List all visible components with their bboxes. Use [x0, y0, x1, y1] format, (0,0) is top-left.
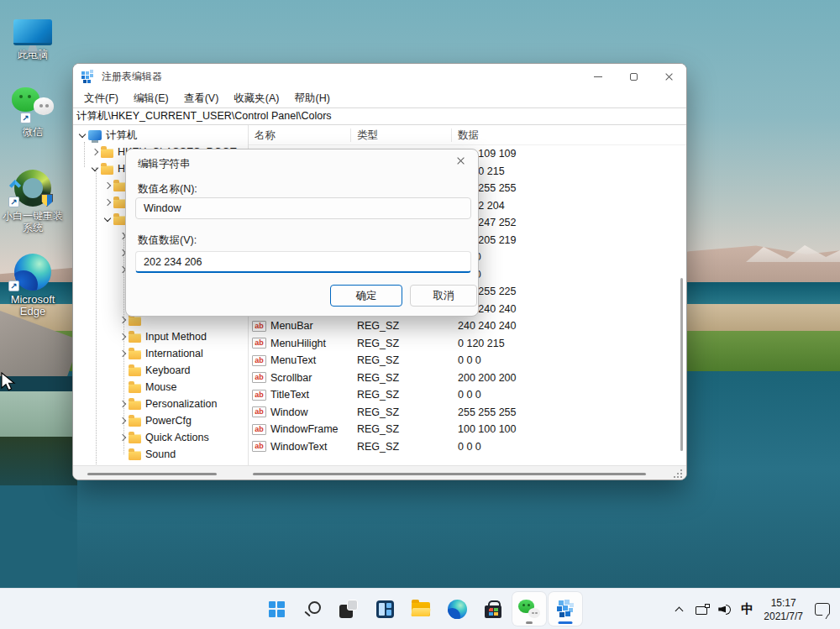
column-header-type[interactable]: 类型: [351, 128, 452, 142]
chevron-right-icon[interactable]: [117, 415, 129, 427]
store-icon: [485, 605, 501, 618]
desktop-icon-this-pc[interactable]: 此电脑: [2, 7, 64, 60]
reg-sz-icon: ab: [252, 424, 266, 435]
menu-view[interactable]: 查看(V): [176, 92, 227, 106]
maximize-button[interactable]: [616, 65, 651, 89]
value-type: REG_SZ: [351, 338, 452, 349]
registry-value-row[interactable]: abTitleTextREG_SZ0 0 0: [249, 386, 686, 404]
value-data: 0 0 0: [452, 354, 686, 366]
tree-item[interactable]: Mouse: [73, 379, 248, 396]
no-expander: [117, 364, 129, 376]
tree-item[interactable]: Keyboard: [73, 362, 248, 379]
ok-button[interactable]: 确定: [330, 285, 402, 307]
volume-icon[interactable]: [718, 604, 732, 616]
task-view-button[interactable]: [332, 592, 365, 626]
folder-icon: [129, 333, 141, 343]
desktop-icon-wechat[interactable]: ↗ 微信: [2, 84, 64, 138]
registry-value-row[interactable]: abWindowFrameREG_SZ100 100 100: [249, 421, 686, 438]
search-button[interactable]: [296, 592, 329, 626]
chevron-right-icon[interactable]: [117, 314, 129, 326]
chevron-right-icon[interactable]: [117, 331, 129, 343]
notification-center-icon[interactable]: [815, 603, 830, 616]
tree-item[interactable]: International: [73, 345, 248, 362]
no-expander: [117, 381, 129, 393]
minimize-button[interactable]: [580, 65, 616, 89]
folder-icon: [129, 384, 141, 393]
chevron-right-icon[interactable]: [89, 146, 101, 158]
store-button[interactable]: [476, 592, 510, 626]
dialog-close-button[interactable]: [456, 156, 468, 168]
tree-item[interactable]: 计算机: [73, 127, 248, 144]
cancel-button[interactable]: 取消: [410, 285, 477, 307]
dialog-title: 编辑字符串: [138, 157, 191, 171]
chevron-right-icon[interactable]: [102, 197, 113, 208]
value-type: REG_SZ: [351, 406, 452, 418]
value-name: MenuText: [270, 354, 316, 366]
registry-value-row[interactable]: abScrollbarREG_SZ200 200 200: [249, 370, 686, 387]
tree-item[interactable]: Sound: [73, 446, 248, 463]
shortcut-arrow-icon: ↗: [8, 280, 19, 291]
tree-item[interactable]: PowerCfg: [73, 412, 248, 429]
registry-value-row[interactable]: abMenuTextREG_SZ0 0 0: [249, 352, 686, 370]
value-type: REG_SZ: [351, 372, 452, 384]
tree-item[interactable]: Quick Actions: [73, 429, 248, 446]
address-bar[interactable]: 计算机\HKEY_CURRENT_USER\Control Panel\Colo…: [73, 107, 686, 125]
clock-date: 2021/7/7: [764, 611, 803, 622]
folder-icon: [129, 401, 141, 410]
menu-help[interactable]: 帮助(H): [286, 92, 337, 106]
value-name: MenuHilight: [270, 338, 326, 349]
registry-value-row[interactable]: abMenuHilightREG_SZ0 120 215: [249, 335, 686, 353]
close-button[interactable]: [651, 65, 686, 89]
chevron-right-icon[interactable]: [117, 398, 129, 410]
tree-item[interactable]: Personalization: [73, 396, 248, 412]
title-bar[interactable]: 注册表编辑器: [73, 64, 686, 89]
vertical-scrollbar-thumb[interactable]: [680, 278, 683, 451]
column-header-data[interactable]: 数据: [452, 128, 686, 142]
value-data: 255 255 225: [452, 286, 686, 297]
tray-chevron-up-icon[interactable]: [675, 605, 684, 614]
value-name-field[interactable]: Window: [135, 197, 471, 219]
network-icon[interactable]: [696, 604, 710, 615]
taskbar-clock[interactable]: 15:17 2021/7/7: [764, 596, 803, 623]
registry-value-row[interactable]: abWindowTextREG_SZ0 0 0: [249, 438, 686, 456]
regedit-taskbar-button[interactable]: [549, 592, 582, 626]
wechat-taskbar-button[interactable]: [512, 592, 546, 626]
menu-file[interactable]: 文件(F): [76, 92, 126, 106]
column-header-name[interactable]: 名称: [249, 128, 351, 142]
ime-indicator[interactable]: 中: [741, 601, 753, 617]
list-hscrollbar-thumb[interactable]: [253, 473, 646, 475]
widgets-button[interactable]: [368, 592, 402, 626]
chevron-right-icon[interactable]: [117, 432, 129, 443]
chevron-down-icon[interactable]: [89, 163, 101, 175]
menu-favorites[interactable]: 收藏夹(A): [226, 92, 286, 106]
this-pc-icon: [2, 7, 64, 45]
icon-label-line2: 系统: [23, 222, 43, 233]
value-data-field[interactable]: 202 234 206: [135, 251, 471, 273]
start-button[interactable]: [260, 592, 293, 626]
menu-edit[interactable]: 编辑(E): [126, 92, 176, 106]
registry-value-row[interactable]: abMenuBarREG_SZ240 240 240: [249, 317, 686, 335]
wechat-icon: ↗: [2, 84, 64, 123]
value-data: 0 0 0: [452, 269, 686, 280]
value-data: 109 109 109: [452, 148, 686, 160]
desktop-icon-xiaobai[interactable]: ↗ 小白一键重装 系统: [2, 165, 64, 233]
tree-guide: [96, 167, 97, 465]
registry-value-row[interactable]: abWindowREG_SZ255 255 255: [249, 404, 686, 422]
folder-icon: [129, 350, 141, 359]
chevron-right-icon[interactable]: [117, 348, 129, 359]
active-indicator: [559, 621, 573, 624]
folder-icon: [129, 317, 141, 326]
edge-button[interactable]: [440, 592, 474, 626]
chevron-down-icon[interactable]: [76, 129, 88, 141]
tree-item[interactable]: Input Method: [73, 328, 248, 345]
folder-icon: [129, 434, 141, 443]
window-title: 注册表编辑器: [102, 70, 580, 84]
desktop-icon-edge[interactable]: ↗ Microsoft Edge: [2, 249, 64, 317]
resize-grip[interactable]: [674, 469, 682, 478]
reg-sz-icon: ab: [252, 372, 266, 383]
chevron-right-icon[interactable]: [102, 180, 113, 191]
chevron-down-icon[interactable]: [102, 213, 113, 225]
tree-hscrollbar-thumb[interactable]: [87, 473, 217, 475]
tree-item-label: Personalization: [145, 398, 217, 410]
file-explorer-button[interactable]: [404, 592, 438, 626]
